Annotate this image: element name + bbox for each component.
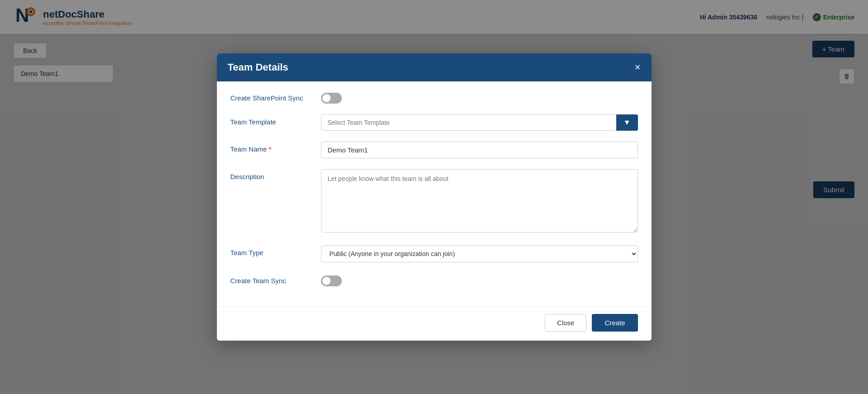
description-textarea[interactable]: [321, 169, 638, 233]
close-modal-button[interactable]: Close: [545, 314, 586, 332]
template-dropdown-button[interactable]: ▼: [616, 114, 638, 131]
team-template-label: Team Template: [230, 114, 312, 126]
create-team-sync-toggle[interactable]: [321, 275, 342, 286]
template-dropdown-wrapper: ▼: [321, 114, 638, 131]
sharepoint-sync-row: Create SharePoint Sync: [230, 90, 638, 104]
team-type-control: Public (Anyone in your organization can …: [321, 245, 638, 262]
toggle-slider: [321, 93, 342, 104]
modal-footer: Close Create: [217, 306, 652, 341]
create-button[interactable]: Create: [592, 314, 638, 332]
sharepoint-sync-toggle[interactable]: [321, 93, 342, 104]
team-type-select[interactable]: Public (Anyone in your organization can …: [321, 245, 638, 262]
description-label: Description: [230, 169, 312, 180]
team-name-label: Team Name *: [230, 142, 312, 153]
required-indicator: *: [269, 145, 272, 153]
modal-overlay: Team Details × Create SharePoint Sync Te…: [0, 0, 868, 394]
modal-header: Team Details ×: [217, 53, 652, 81]
description-row: Description: [230, 169, 638, 234]
sharepoint-sync-toggle-area: [321, 90, 638, 104]
team-template-input[interactable]: [321, 114, 616, 131]
sharepoint-sync-label: Create SharePoint Sync: [230, 90, 312, 102]
team-name-input[interactable]: [321, 142, 638, 158]
create-team-sync-slider: [321, 275, 342, 286]
modal-body: Create SharePoint Sync Team Template ▼: [217, 81, 652, 306]
create-team-sync-label: Create Team Sync: [230, 273, 312, 285]
create-team-sync-toggle-area: [321, 273, 638, 286]
team-details-modal: Team Details × Create SharePoint Sync Te…: [217, 53, 652, 341]
modal-title: Team Details: [228, 62, 288, 73]
modal-close-button[interactable]: ×: [635, 62, 641, 72]
team-name-control: [321, 142, 638, 158]
team-type-label: Team Type: [230, 245, 312, 256]
team-template-row: Team Template ▼: [230, 114, 638, 131]
team-name-row: Team Name *: [230, 142, 638, 158]
team-type-row: Team Type Public (Anyone in your organiz…: [230, 245, 638, 262]
description-control: [321, 169, 638, 234]
team-template-control: ▼: [321, 114, 638, 131]
create-team-sync-row: Create Team Sync: [230, 273, 638, 286]
